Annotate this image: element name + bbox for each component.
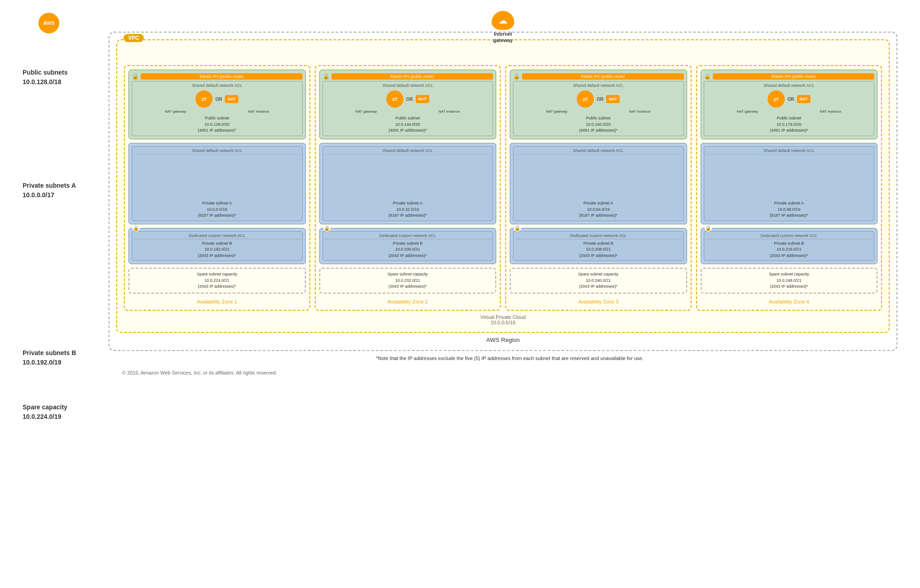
aws-region-label: AWS Region (116, 337, 890, 343)
lock-icon-b-1: 🔒 (133, 225, 140, 232)
private-a-info-2: Private subnet A 10.0.32.0/19 (8187 IP a… (325, 200, 491, 219)
public-subnet-2: 🔒 Elastic IPs (public route) Shared defa… (319, 70, 497, 139)
nat-instance-4: NAT (797, 95, 811, 103)
footnote: *Note that the IP addresses exclude the … (109, 356, 897, 361)
elastic-ip-bar-4: Elastic IPs (public route) (713, 73, 875, 80)
az-column-3: 🔒 Elastic IPs (public route) Shared defa… (505, 65, 692, 311)
nat-gw-label-1: NAT gateway (165, 109, 186, 114)
shared-acl-1: Shared default network ACL (134, 83, 300, 88)
nat-gw-label-3: NAT gateway (546, 109, 567, 114)
copyright: © 2016, Amazon Web Services, Inc. or its… (109, 370, 897, 375)
lock-icon-b-4: 🔒 (705, 225, 712, 232)
nat-instance-label-2: NAT instance (438, 109, 460, 114)
vpc-wrapper: VPC ☁ Internet gateway (116, 39, 890, 333)
dedicated-acl-3: Dedicated custom network ACL (515, 233, 682, 239)
private-b-info-3: Private subnet B 10.0.208.0/21 (2043 IP … (515, 241, 682, 259)
private-b-subnet-4: 🔒 Dedicated custom network ACL Private s… (701, 228, 878, 265)
nat-instance-label-3: NAT instance (629, 109, 650, 114)
side-label-private-a: Private subnets A 10.0.0.0/17 (23, 181, 76, 200)
vpc-bottom-label: Virtual Private Cloud 10.0.0.0/16 (124, 314, 882, 325)
private-a-info-1: Private subnet A 10.0.0.0/19 (8187 IP ad… (134, 200, 300, 219)
private-a-info-3: Private subnet A 10.0.64.0/19 (8187 IP a… (515, 200, 682, 219)
spare-subnet-3: Spare subnet capacity 10.0.240.0/21 (204… (510, 268, 687, 294)
nat-gw-label-2: NAT gateway (356, 109, 377, 114)
spare-info-1: Spare subnet capacity 10.0.224.0/21 (204… (132, 271, 302, 290)
side-label-public: Public subnets 10.0.128.0/18 (23, 68, 68, 87)
private-b-info-4: Private subnet B 10.0.216.0/21 (2043 IP … (706, 241, 873, 259)
lock-icon-4: 🔒 (704, 73, 711, 80)
private-a-subnet-2: Shared default network ACL Private subne… (319, 143, 497, 224)
nat-gw-icon-2: ⇄ (386, 90, 403, 108)
elastic-ip-bar-1: Elastic IPs (public route) (141, 73, 303, 80)
public-subnet-4: 🔒 Elastic IPs (public route) Shared defa… (701, 70, 878, 139)
spare-info-2: Spare subnet capacity 10.0.232.0/21 (204… (323, 271, 493, 290)
spare-subnet-2: Spare subnet capacity 10.0.232.0/21 (204… (319, 268, 497, 294)
public-subnet-info-3: Public subnet 10.0.160.0/20 (4091 IP add… (515, 115, 682, 134)
aws-badge: AWS (38, 13, 59, 33)
nat-instance-1: NAT (225, 95, 238, 103)
nat-instance-label-1: NAT instance (248, 109, 269, 114)
public-subnet-info-1: Public subnet 10.0.128.0/20 (4091 IP add… (134, 115, 300, 134)
lock-icon-1: 🔒 (132, 73, 139, 80)
private-a-subnet-1: Shared default network ACL Private subne… (128, 143, 306, 224)
nat-instance-3: NAT (606, 95, 620, 103)
private-a-info-4: Private subnet A 10.0.96.0/19 (8187 IP a… (706, 200, 873, 219)
spare-info-4: Spare subnet capacity 10.0.248.0/21 (204… (704, 271, 874, 290)
shared-acl-private-1: Shared default network ACL (134, 148, 300, 155)
private-b-info-1: Private subnet B 10.0.192.0/21 (2043 IP … (134, 241, 300, 259)
shared-acl-3: Shared default network ACL (515, 83, 682, 88)
public-subnet-info-2: Public subnet 10.0.144.0/20 (4091 IP add… (325, 115, 491, 134)
internet-gateway-label: Internet gateway (493, 31, 512, 44)
lock-icon-2: 🔒 (322, 73, 330, 80)
private-a-subnet-4: Shared default network ACL Private subne… (701, 143, 878, 224)
lock-icon-b-3: 🔒 (514, 225, 521, 232)
private-b-subnet-2: 🔒 Dedicated custom network ACL Private s… (319, 228, 497, 265)
dedicated-acl-2: Dedicated custom network ACL (325, 233, 491, 239)
az-label-2: Availability Zone 2 (319, 297, 497, 306)
public-subnet-3: 🔒 Elastic IPs (public route) Shared defa… (510, 70, 687, 139)
internet-gateway: ☁ Internet gateway (492, 11, 514, 44)
nat-gw-icon-3: ⇄ (577, 90, 594, 108)
cloud-icon: ☁ (492, 11, 514, 30)
shared-acl-private-2: Shared default network ACL (325, 148, 491, 155)
nat-gw-icon-1: ⇄ (195, 90, 213, 108)
nat-instance-label-4: NAT instance (820, 109, 841, 114)
aws-region-wrapper: VPC ☁ Internet gateway (109, 32, 897, 351)
private-b-subnet-1: 🔒 Dedicated custom network ACL Private s… (128, 228, 306, 265)
vpc-badge: VPC (123, 34, 144, 42)
az-label-3: Availability Zone 3 (510, 297, 687, 306)
private-b-info-2: Private subnet B 10.0.200.0/21 (2043 IP … (325, 241, 491, 259)
lock-icon-b-2: 🔒 (323, 225, 331, 232)
spare-info-3: Spare subnet capacity 10.0.240.0/21 (204… (513, 271, 683, 290)
spare-subnet-1: Spare subnet capacity 10.0.224.0/21 (204… (128, 268, 306, 294)
private-a-subnet-3: Shared default network ACL Private subne… (510, 143, 687, 224)
private-b-subnet-3: 🔒 Dedicated custom network ACL Private s… (510, 228, 687, 265)
public-subnet-info-4: Public subnet 10.0.176.0/20 (4091 IP add… (706, 115, 873, 134)
shared-acl-2: Shared default network ACL (325, 83, 491, 88)
shared-acl-private-4: Shared default network ACL (706, 148, 873, 155)
dedicated-acl-1: Dedicated custom network ACL (134, 233, 300, 239)
spare-subnet-4: Spare subnet capacity 10.0.248.0/21 (204… (701, 268, 878, 294)
side-label-private-b: Private subnets B 10.0.192.0/19 (23, 348, 76, 367)
nat-instance-2: NAT (416, 95, 429, 103)
az-column-4: 🔒 Elastic IPs (public route) Shared defa… (696, 65, 882, 311)
elastic-ip-bar-3: Elastic IPs (public route) (522, 73, 684, 80)
az-label-1: Availability Zone 1 (128, 297, 306, 306)
az-label-4: Availability Zone 4 (701, 297, 878, 306)
dedicated-acl-4: Dedicated custom network ACL (706, 233, 873, 239)
az-column-1: 🔒 Elastic IPs (public route) Shared defa… (124, 65, 310, 311)
elastic-ip-bar-2: Elastic IPs (public route) (332, 73, 493, 80)
az-columns: 🔒 Elastic IPs (public route) Shared defa… (124, 65, 882, 311)
lock-icon-3: 🔒 (513, 73, 520, 80)
az-column-2: 🔒 Elastic IPs (public route) Shared defa… (315, 65, 501, 311)
nat-gw-icon-4: ⇄ (768, 90, 785, 108)
nat-gw-label-4: NAT gateway (737, 109, 758, 114)
public-subnet-1: 🔒 Elastic IPs (public route) Shared defa… (128, 70, 306, 139)
shared-acl-private-3: Shared default network ACL (515, 148, 682, 155)
side-label-spare: Spare capacity 10.0.224.0/19 (23, 403, 67, 422)
shared-acl-4: Shared default network ACL (706, 83, 873, 88)
